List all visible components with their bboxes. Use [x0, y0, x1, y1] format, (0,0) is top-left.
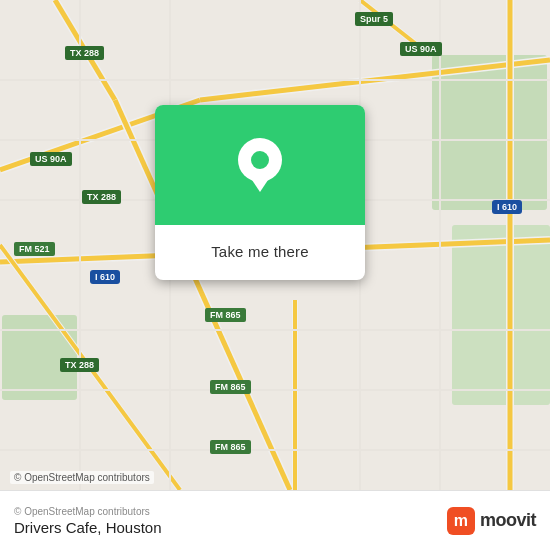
highway-label-us90a-left: US 90A [30, 152, 72, 166]
take-me-there-button[interactable]: Take me there [169, 235, 351, 268]
highway-label-fm521: FM 521 [14, 242, 55, 256]
highway-label-i610-left: I 610 [90, 270, 120, 284]
highway-label-fm865-1: FM 865 [205, 308, 246, 322]
highway-label-tx288-top: TX 288 [65, 46, 104, 60]
moovit-text: moovit [480, 510, 536, 531]
place-name: Drivers Cafe, Houston [14, 519, 162, 536]
moovit-logo: m moovit [447, 507, 536, 535]
popup-header [155, 105, 365, 225]
svg-rect-6 [432, 55, 547, 210]
bottom-bar: © OpenStreetMap contributors Drivers Caf… [0, 490, 550, 550]
osm-attribution: © OpenStreetMap contributors [14, 506, 162, 517]
highway-label-i610-right: I 610 [492, 200, 522, 214]
location-pin [238, 138, 282, 192]
popup-card: Take me there [155, 105, 365, 280]
highway-label-fm865-2: FM 865 [210, 380, 251, 394]
highway-label-tx288-mid: TX 288 [82, 190, 121, 204]
map-container: Spur 5US 90ATX 288US 90AUS 90ATX 288I 61… [0, 0, 550, 490]
highway-label-fm865-3: FM 865 [210, 440, 251, 454]
svg-rect-7 [452, 225, 550, 405]
place-info: © OpenStreetMap contributors Drivers Caf… [14, 506, 162, 536]
map-attribution: © OpenStreetMap contributors [10, 471, 154, 484]
highway-label-tx288-bottom: TX 288 [60, 358, 99, 372]
moovit-icon: m [447, 507, 475, 535]
popup-body: Take me there [155, 225, 365, 280]
highway-label-spur5: Spur 5 [355, 12, 393, 26]
highway-label-us90a-top: US 90A [400, 42, 442, 56]
